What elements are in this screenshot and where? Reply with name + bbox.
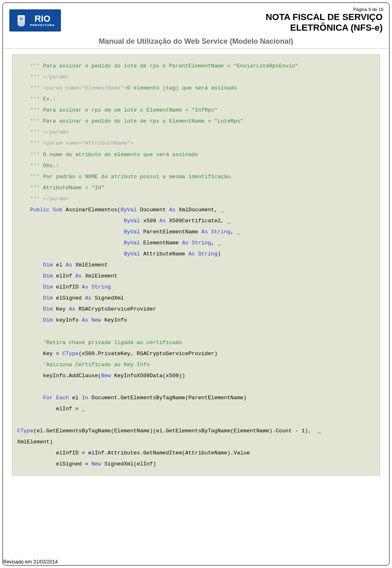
code-keyword: As: [85, 295, 91, 301]
rio-logo: RIO PREFEITURA: [9, 9, 61, 31]
code-line: ''' Ex.:: [17, 96, 56, 102]
code-text: elSigned =: [17, 461, 91, 467]
code-line: ''': [17, 140, 40, 146]
code-text: RSACryptoServiceProvider: [75, 306, 156, 312]
code-keyword: ByVal: [124, 251, 140, 257]
code-keyword: Public: [17, 207, 49, 213]
code-line: ''': [17, 129, 40, 135]
code-keyword: As: [159, 218, 166, 224]
code-keyword: As: [188, 251, 195, 257]
code-keyword: Dim: [17, 262, 53, 268]
code-line: ''' Para assinar o rps em um lote o Elem…: [17, 107, 218, 113]
code-keyword: For: [17, 395, 53, 401]
code-text: elInf: [53, 273, 75, 279]
code-keyword: String: [198, 251, 217, 257]
code-keyword: As: [82, 317, 88, 323]
code-text: keyInfo.AddClause(: [17, 373, 101, 379]
code-keyword: As: [69, 306, 76, 312]
code-line: ''' Para assinar o pedido do lote de rps…: [17, 63, 298, 69]
code-line: O elemento (tag) que será assinado: [127, 85, 237, 91]
doc-subtitle: Manual de Utilização do Web Service (Mod…: [3, 33, 389, 48]
code-text: Document.GetElementsByTagName(ParentElem…: [88, 395, 247, 401]
code-keyword: CType: [17, 428, 33, 434]
code-keyword: Dim: [17, 306, 53, 312]
code-text: XmlElement: [82, 273, 117, 279]
code-text: elInfID = elInf.Attributes.GetNamedItem(…: [17, 450, 250, 456]
code-line: ''' Para assinar o pedido do lote de rps…: [17, 118, 243, 124]
code-block: ''' Para assinar o pedido do lote de rps…: [12, 54, 380, 476]
page-number: Página 9 de 16: [353, 7, 383, 12]
code-line: ''': [17, 85, 40, 91]
code-text: Key: [53, 306, 69, 312]
code-keyword: ByVal: [124, 229, 140, 235]
code-text: Key =: [17, 351, 62, 357]
code-text: keyInfo: [53, 317, 82, 323]
crest-icon: [15, 13, 27, 27]
header-divider: [3, 48, 389, 49]
code-text: ParentElementName: [140, 229, 201, 235]
code-text: XmlDocument, _: [176, 207, 224, 213]
code-indent: [17, 218, 124, 224]
code-text: KeyInfo: [101, 317, 127, 323]
code-text: XmlElement): [17, 439, 53, 445]
code-keyword: String: [211, 229, 230, 235]
code-keyword: New: [91, 461, 101, 467]
code-text: Document: [137, 207, 169, 213]
code-text: elInf = _: [17, 406, 85, 412]
code-keyword: As: [75, 273, 82, 279]
page-frame: Página 9 de 16 RIO PREFEITURA NOTA FISCA…: [2, 2, 390, 566]
code-line: ''': [17, 74, 40, 80]
code-text: AttributeName: [140, 251, 189, 257]
doc-title-line2: ELETRÔNICA (NFS-e): [61, 22, 383, 33]
code-keyword: In: [82, 395, 88, 401]
code-keyword: New: [101, 373, 111, 379]
code-keyword: ByVal: [124, 240, 140, 246]
code-text: elInfID: [53, 284, 82, 290]
code-text: KeyInfoX509Data(x509)): [111, 373, 185, 379]
code-keyword: ByVal: [124, 218, 140, 224]
code-text: , _: [230, 229, 240, 235]
code-xml-tag: <param name="AttributeName">: [40, 140, 134, 146]
code-comment: 'Retira chave privada ligada ao certific…: [17, 340, 182, 346]
code-keyword: As: [169, 207, 176, 213]
code-text: el: [69, 395, 82, 401]
code-text: SignedXml(elInf): [101, 461, 156, 467]
code-line: ''' Por padrão o NOME do atributo possui…: [17, 174, 234, 180]
code-keyword: ByVal: [120, 207, 137, 213]
code-text: XmlElement: [72, 262, 108, 268]
logo-text-rio: RIO: [34, 14, 50, 23]
code-text: elSigned: [53, 295, 85, 301]
doc-title-line1: NOTA FISCAL DE SERVIÇO: [61, 12, 383, 22]
code-text: , _: [211, 240, 221, 246]
code-keyword: Sub: [53, 207, 62, 213]
code-keyword: Dim: [17, 317, 53, 323]
code-keyword: String: [192, 240, 211, 246]
code-xml-tag: <param name="ElementName">: [40, 85, 127, 91]
code-keyword: New: [91, 317, 101, 323]
code-text: (x509.PrivateKey, RSACryptoServiceProvid…: [78, 351, 217, 357]
code-keyword: As: [201, 229, 208, 235]
code-line: ''' O nome do atributo do elemento que s…: [17, 152, 198, 158]
code-text: (el.GetElementsByTagName(ElementName)(el…: [33, 428, 321, 434]
svg-rect-1: [20, 17, 23, 20]
header: RIO PREFEITURA NOTA FISCAL DE SERVIÇO EL…: [3, 3, 389, 33]
code-keyword: Dim: [17, 273, 53, 279]
code-indent: [17, 251, 124, 257]
footer-revision: Revisado em 31/03/2014: [3, 559, 58, 565]
code-text: ElementName: [140, 240, 182, 246]
code-keyword: CType: [62, 351, 79, 357]
code-keyword: String: [91, 284, 111, 290]
code-xml-tag: </param>: [40, 74, 69, 80]
code-keyword: As: [66, 262, 72, 268]
code-line: ''' AtributeName = "Id": [17, 185, 105, 191]
code-line: ''' Obs.:: [17, 163, 59, 169]
code-keyword: Dim: [17, 295, 53, 301]
code-line: ''': [17, 196, 40, 202]
code-text: ): [218, 251, 221, 257]
code-xml-tag: </param>: [40, 129, 69, 135]
code-keyword: As: [182, 240, 189, 246]
code-text: x509: [140, 218, 159, 224]
code-keyword: Each: [56, 395, 69, 401]
code-text: X509Certificate2, _: [166, 218, 230, 224]
code-xml-tag: </param>: [40, 196, 69, 202]
